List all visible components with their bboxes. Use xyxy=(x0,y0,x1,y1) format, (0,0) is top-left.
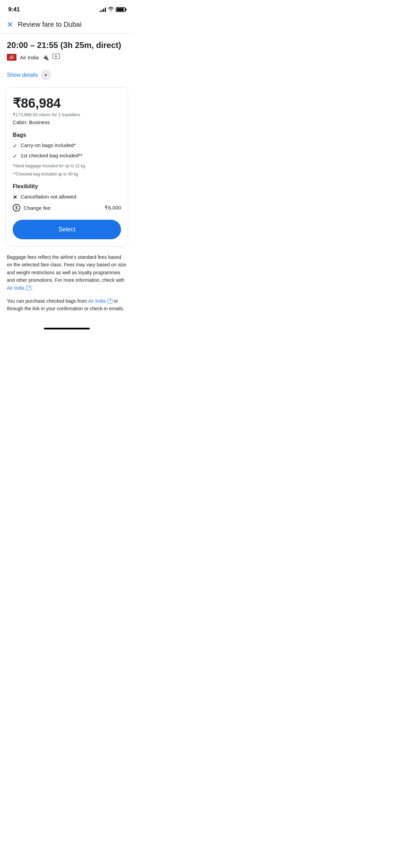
bag-note-1: *Hand baggage included for up to 12 kg xyxy=(13,163,121,169)
status-icons xyxy=(100,7,125,12)
disclaimer-text-1: Baggage fees reflect the airline's stand… xyxy=(7,254,126,283)
airline-logo: AIRINDIA xyxy=(7,54,16,61)
chevron-down-icon: ▾ xyxy=(45,73,47,77)
price-main: ₹86,984 xyxy=(13,96,121,111)
dollar-icon: $ xyxy=(13,204,20,212)
airline-row: AIRINDIA Air India 🔌 xyxy=(7,53,127,61)
select-button[interactable]: Select xyxy=(13,220,121,239)
disclaimer-text-2: . xyxy=(33,285,34,291)
fare-card: ₹86,984 ₹173,968.00 return for 2 travell… xyxy=(5,87,128,246)
svg-marker-1 xyxy=(55,55,58,57)
home-bar xyxy=(44,328,90,329)
change-fee-row: $ Change fee: ₹6,000 xyxy=(13,204,121,212)
bag-item-2: ✓ 1st checked bag included** xyxy=(13,153,121,159)
change-fee-left: $ Change fee: xyxy=(13,204,52,212)
status-bar: 9:41 xyxy=(0,0,134,16)
header: ✕ Review fare to Dubai xyxy=(0,16,134,34)
check-icon-2: ✓ xyxy=(13,153,17,159)
cancellation-item: ✕ Cancellation not allowed xyxy=(13,194,121,201)
external-link-icon-2 xyxy=(108,299,112,303)
disclaimer: Baggage fees reflect the airline's stand… xyxy=(0,253,134,321)
chevron-down-button[interactable]: ▾ xyxy=(41,70,51,80)
bag-item-1: ✓ Carry-on bags included* xyxy=(13,142,121,149)
home-indicator xyxy=(0,321,134,333)
flexibility-title: Flexibility xyxy=(13,183,121,190)
disclaimer-text-3: You can purchase checked bags from xyxy=(7,298,87,304)
flight-section: 20:00 – 21:55 (3h 25m, direct) AIRINDIA … xyxy=(0,34,134,70)
change-fee-label: Change fee: xyxy=(24,205,52,211)
page-title: Review fare to Dubai xyxy=(18,21,82,28)
check-icon-1: ✓ xyxy=(13,143,17,149)
bag-note-2: **Checked bag included up to 40 kg xyxy=(13,171,121,177)
cancellation-label: Cancellation not allowed xyxy=(21,194,76,200)
x-icon: ✕ xyxy=(13,194,17,201)
show-details-link[interactable]: Show details xyxy=(7,72,38,78)
bag-item-1-label: Carry-on bags included* xyxy=(21,142,76,148)
bag-item-2-label: 1st checked bag included** xyxy=(21,153,83,158)
close-button[interactable]: ✕ xyxy=(7,21,13,28)
external-link-icon-1 xyxy=(26,286,31,290)
power-icon: 🔌 xyxy=(42,54,49,61)
flight-times: 20:00 – 21:55 (3h 25m, direct) xyxy=(7,40,127,50)
airline-name: Air India xyxy=(20,55,39,60)
wifi-icon xyxy=(108,7,114,12)
flexibility-section: Flexibility ✕ Cancellation not allowed $… xyxy=(13,183,121,212)
signal-icon xyxy=(100,7,106,12)
bags-title: Bags xyxy=(13,132,121,138)
battery-icon xyxy=(116,7,125,12)
entertainment-icon xyxy=(52,53,60,61)
disclaimer-link-2[interactable]: Air India xyxy=(88,298,106,304)
cabin-text: Cabin: Business xyxy=(13,119,121,125)
disclaimer-link-1[interactable]: Air India xyxy=(7,285,24,291)
show-details-row[interactable]: Show details ▾ xyxy=(0,70,134,87)
price-sub: ₹173,968.00 return for 2 travellers xyxy=(13,112,121,117)
change-fee-amount: ₹6,000 xyxy=(105,205,121,211)
status-time: 9:41 xyxy=(8,6,20,13)
